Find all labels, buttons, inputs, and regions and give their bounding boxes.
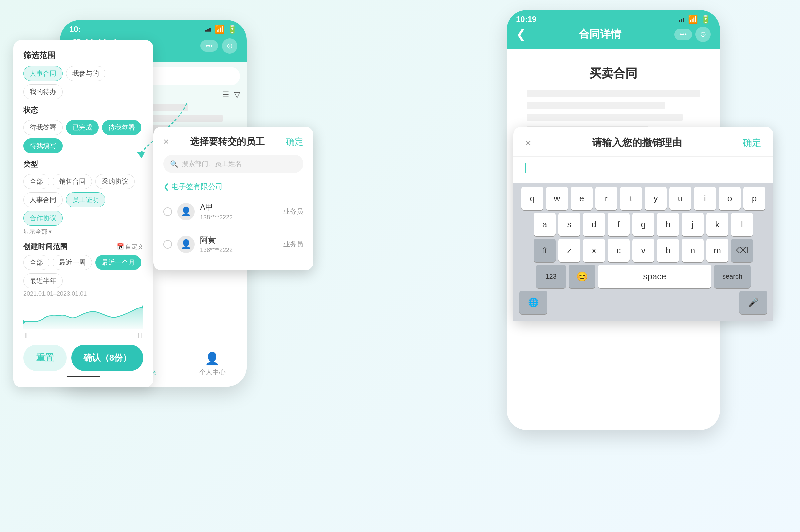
menu-dots-btn[interactable]: ••• xyxy=(200,40,218,52)
battery-icon: 🔋 xyxy=(227,25,237,34)
filter-icon[interactable]: ▽ xyxy=(234,90,240,99)
key-backspace[interactable]: ⌫ xyxy=(731,239,753,262)
employee-row-2[interactable]: 👤 阿黄 138****2222 业务员 xyxy=(153,228,313,260)
emp-confirm-btn[interactable]: 确定 xyxy=(286,136,303,148)
show-all-btn[interactable]: 显示全部 ▾ xyxy=(23,228,143,236)
key-r[interactable]: r xyxy=(595,187,617,210)
key-h[interactable]: h xyxy=(657,213,679,236)
emp-radio-2[interactable] xyxy=(163,240,172,249)
key-j[interactable]: j xyxy=(682,213,704,236)
tag-my-todo[interactable]: 我的待办 xyxy=(23,84,63,99)
key-o[interactable]: o xyxy=(719,187,741,210)
key-d[interactable]: d xyxy=(583,213,605,236)
key-p[interactable]: p xyxy=(743,187,765,210)
key-n[interactable]: n xyxy=(682,239,704,262)
emp-panel-title: 选择要转交的员工 xyxy=(190,135,265,148)
chevron-left-icon: ❮ xyxy=(163,182,169,191)
search-icon-emp: 🔍 xyxy=(170,160,178,168)
key-u[interactable]: u xyxy=(669,187,691,210)
emp-close-btn[interactable]: × xyxy=(163,136,169,147)
cancel-input[interactable] xyxy=(513,157,773,183)
cancel-close-btn[interactable]: × xyxy=(525,137,531,149)
key-k[interactable]: k xyxy=(706,213,728,236)
date-range-value: 2021.01.01–2023.01.01 xyxy=(23,290,143,297)
key-c[interactable]: c xyxy=(608,239,630,262)
tag-completed[interactable]: 已完成 xyxy=(66,120,99,135)
tag-cooperation[interactable]: 合作协议 xyxy=(23,211,63,226)
emp-company[interactable]: ❮ 电子签有限公司 xyxy=(153,178,313,195)
emp-role-1: 业务员 xyxy=(283,207,303,216)
wifi-icon-right: 📶 xyxy=(688,15,698,24)
emp-panel-header: × 选择要转交的员工 确定 xyxy=(153,127,313,155)
key-s[interactable]: s xyxy=(558,213,580,236)
chart-axis: ||| ||| xyxy=(23,332,143,338)
phone-right-time: 10:19 xyxy=(516,15,536,24)
emp-info-2: 阿黄 138****2222 xyxy=(200,235,278,254)
tag-date-halfyear[interactable]: 最近半年 xyxy=(23,273,63,288)
emp-avatar-2: 👤 xyxy=(177,236,195,253)
confirm-button[interactable]: 确认（8份） xyxy=(71,345,143,371)
key-z[interactable]: z xyxy=(558,239,580,262)
tag-date-all[interactable]: 全部 xyxy=(23,255,49,270)
key-emoji[interactable]: 😊 xyxy=(569,265,595,288)
tag-hr[interactable]: 人事合同 xyxy=(23,192,63,207)
scope-tags-row: 人事合同 我参与的 我的待办 xyxy=(23,66,143,99)
key-t[interactable]: t xyxy=(620,187,642,210)
key-a[interactable]: a xyxy=(534,213,556,236)
tag-pending-sign-me[interactable]: 待我签署 xyxy=(23,120,63,135)
scan-icon[interactable]: ⊙ xyxy=(222,38,237,54)
filter-title: 筛选范围 xyxy=(23,50,143,61)
tag-pending-fill[interactable]: 待我填写 xyxy=(23,138,63,153)
tag-participate[interactable]: 我参与的 xyxy=(66,66,105,81)
sort-icon[interactable]: ☰ xyxy=(222,90,229,99)
emp-search-bar[interactable]: 🔍 搜索部门、员工姓名 xyxy=(163,155,303,173)
key-globe[interactable]: 🌐 xyxy=(519,291,547,314)
key-shift[interactable]: ⇧ xyxy=(534,239,556,262)
key-x[interactable]: x xyxy=(583,239,605,262)
bottom-indicator xyxy=(66,376,100,377)
keyboard-row-3: ⇧ z x c v b n m ⌫ xyxy=(516,239,771,262)
employee-row-1[interactable]: 👤 A甲 138****2222 业务员 xyxy=(153,195,313,228)
contract-scan-icon[interactable]: ⊙ xyxy=(695,27,711,42)
date-tags-row: 全部 最近一周 最近一个月 最近半年 xyxy=(23,255,143,288)
tag-date-month[interactable]: 最近一个月 xyxy=(95,255,141,270)
tag-all[interactable]: 全部 xyxy=(23,174,49,189)
key-y[interactable]: y xyxy=(645,187,667,210)
tag-pending-sign[interactable]: 待我签署 xyxy=(102,120,141,135)
keyboard-row-1: q w e r t y u i o p xyxy=(516,187,771,210)
search-key[interactable]: search xyxy=(714,265,751,288)
filter-panel: 筛选范围 人事合同 我参与的 我的待办 状态 待我签署 已完成 待我签署 待我填… xyxy=(13,40,153,387)
cancel-confirm-btn[interactable]: 确定 xyxy=(743,137,761,149)
tag-emp-cert[interactable]: 员工证明 xyxy=(66,192,105,207)
profile-icon: 👤 xyxy=(205,352,220,366)
key-w[interactable]: w xyxy=(546,187,568,210)
back-button[interactable]: ❮ xyxy=(516,27,526,41)
key-q[interactable]: q xyxy=(521,187,543,210)
key-f[interactable]: f xyxy=(608,213,630,236)
nav-profile[interactable]: 👤 个人中心 xyxy=(199,352,226,377)
key-mic[interactable]: 🎤 xyxy=(739,291,767,314)
key-e[interactable]: e xyxy=(571,187,593,210)
cancel-panel-header: × 请输入您的撤销理由 确定 xyxy=(513,127,773,157)
key-l[interactable]: l xyxy=(731,213,753,236)
date-custom-btn[interactable]: 📅 自定义 xyxy=(117,243,143,251)
key-i[interactable]: i xyxy=(694,187,716,210)
date-chart: ||| ||| xyxy=(23,302,143,338)
tag-sales[interactable]: 销售合同 xyxy=(53,174,92,189)
reset-button[interactable]: 重置 xyxy=(23,345,66,371)
keyboard[interactable]: q w e r t y u i o p a s d f g h j k l ⇧ … xyxy=(513,183,773,321)
key-123[interactable]: 123 xyxy=(536,265,566,288)
key-b[interactable]: b xyxy=(657,239,679,262)
tag-purchase[interactable]: 采购协议 xyxy=(95,174,135,189)
key-space[interactable]: space xyxy=(598,265,711,288)
type-label: 类型 xyxy=(23,159,143,169)
key-v[interactable]: v xyxy=(632,239,654,262)
tag-date-week[interactable]: 最近一周 xyxy=(53,255,92,270)
keyboard-row-5: 🌐 🎤 xyxy=(516,291,771,314)
tag-hr-contract[interactable]: 人事合同 xyxy=(23,66,63,81)
emp-radio-1[interactable] xyxy=(163,207,172,216)
contract-menu-dots[interactable]: ••• xyxy=(674,28,692,40)
key-g[interactable]: g xyxy=(632,213,654,236)
key-m[interactable]: m xyxy=(706,239,728,262)
wifi-icon: 📶 xyxy=(215,25,225,34)
